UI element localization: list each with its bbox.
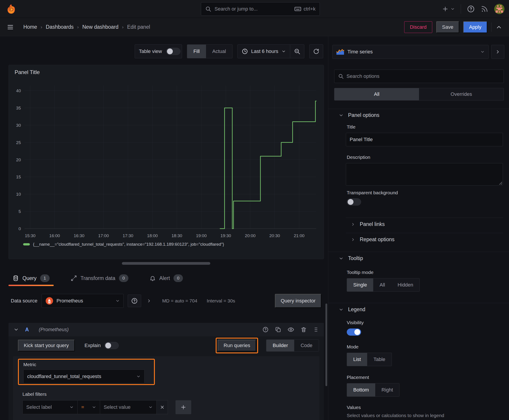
global-search-input[interactable]: Search or jump to... ctrl+k bbox=[201, 2, 320, 16]
svg-text:17:00: 17:00 bbox=[98, 233, 109, 238]
drag-query-handle-icon[interactable] bbox=[313, 327, 319, 332]
panel-title-input[interactable]: Panel Title bbox=[346, 133, 503, 146]
max-datapoints-stat: MD = auto = 704 bbox=[162, 298, 197, 304]
breadcrumb-separator: › bbox=[122, 24, 124, 30]
mega-menu-toggle[interactable] bbox=[7, 23, 14, 31]
refresh-button[interactable] bbox=[309, 45, 323, 58]
table-view-group: Table view bbox=[135, 45, 182, 58]
collapse-options-pane-button[interactable] bbox=[491, 45, 504, 59]
legend-visibility-toggle[interactable] bbox=[347, 329, 361, 336]
label-filters-label: Label filters bbox=[23, 391, 46, 397]
apply-button[interactable]: Apply bbox=[463, 21, 487, 33]
table-view-toggle[interactable] bbox=[166, 48, 181, 55]
chevron-down-icon bbox=[148, 405, 153, 409]
breadcrumb-new-dashboard[interactable]: New dashboard bbox=[82, 24, 119, 30]
query-builder-box: Metric cloudflared_tunnel_total_requests… bbox=[13, 356, 319, 420]
new-menu-button[interactable] bbox=[442, 6, 455, 12]
builder-option[interactable]: Builder bbox=[266, 340, 294, 351]
legend-mode-segmented: List Table bbox=[347, 353, 392, 366]
legend-mode-list-option[interactable]: List bbox=[347, 353, 367, 366]
svg-text:35: 35 bbox=[16, 106, 21, 110]
tab-query[interactable]: Query 1 bbox=[8, 270, 54, 286]
toggle-visibility-icon[interactable] bbox=[288, 326, 294, 333]
legend-section-title: Legend bbox=[348, 307, 365, 313]
breadcrumb-bar: Home › Dashboards › New dashboard › Edit… bbox=[0, 18, 509, 36]
search-options-input[interactable]: Search options bbox=[334, 69, 504, 83]
datasource-picker[interactable]: Prometheus bbox=[42, 294, 124, 308]
news-button[interactable] bbox=[481, 5, 488, 13]
legend-placement-right-option[interactable]: Right bbox=[375, 383, 399, 397]
editor-tabs: Query 1 Transform data 0 Alert 0 bbox=[8, 270, 187, 286]
breadcrumb-dashboards[interactable]: Dashboards bbox=[46, 24, 74, 30]
tooltip-single-option[interactable]: Single bbox=[347, 278, 373, 292]
code-option[interactable]: Code bbox=[294, 340, 319, 351]
avatar[interactable] bbox=[494, 4, 504, 14]
transform-icon bbox=[71, 275, 77, 281]
visualization-picker[interactable]: Time series bbox=[332, 45, 489, 59]
legend-placement-bottom-option[interactable]: Bottom bbox=[347, 383, 375, 397]
tooltip-all-option[interactable]: All bbox=[373, 278, 391, 292]
panel-links-section[interactable]: Panel links bbox=[351, 221, 385, 227]
transparent-bg-toggle[interactable] bbox=[347, 198, 361, 205]
repeat-options-section[interactable]: Repeat options bbox=[351, 236, 395, 242]
breadcrumb-home[interactable]: Home bbox=[23, 24, 37, 30]
time-range-button[interactable]: Last 6 hours bbox=[238, 48, 290, 54]
panel-links-label: Panel links bbox=[360, 221, 385, 227]
legend-series-swatch[interactable] bbox=[23, 243, 30, 246]
tab-transform-data[interactable]: Transform data 0 bbox=[67, 270, 132, 286]
textarea-resize-handle[interactable] bbox=[498, 181, 502, 185]
fill-option[interactable]: Fill bbox=[187, 45, 206, 58]
remove-filter-button[interactable] bbox=[157, 400, 168, 414]
panel-title-value: Panel Title bbox=[350, 137, 373, 142]
tooltip-mode-label: Tooltip mode bbox=[347, 270, 373, 275]
query-datasource-hint: (Prometheus) bbox=[39, 327, 69, 332]
left-pane-scrollbar[interactable] bbox=[326, 304, 327, 386]
label-filters-row: Select label = Select value bbox=[23, 400, 191, 414]
legend-series-label[interactable]: {__name__="cloudflared_tunnel_total_requ… bbox=[33, 242, 224, 247]
select-label-dropdown[interactable]: Select label bbox=[23, 400, 78, 414]
plus-icon bbox=[442, 6, 449, 12]
chevron-right-icon bbox=[351, 222, 355, 227]
collapse-query-chevron-icon[interactable] bbox=[14, 327, 19, 332]
grafana-logo[interactable] bbox=[6, 4, 17, 14]
expand-options-chevron[interactable] bbox=[146, 298, 152, 303]
tab-query-count: 1 bbox=[40, 274, 50, 282]
explain-toggle[interactable] bbox=[104, 342, 119, 349]
tooltip-hidden-option[interactable]: Hidden bbox=[391, 278, 420, 292]
tab-alert[interactable]: Alert 0 bbox=[145, 270, 187, 286]
discard-button[interactable]: Discard bbox=[404, 21, 432, 33]
delete-query-icon[interactable] bbox=[301, 326, 307, 333]
datasource-help-button[interactable] bbox=[128, 295, 141, 307]
svg-text:20:30: 20:30 bbox=[269, 233, 280, 238]
svg-text:30: 30 bbox=[16, 123, 21, 128]
zoom-out-button[interactable] bbox=[290, 48, 304, 55]
query-help-icon[interactable] bbox=[262, 326, 269, 333]
legend-mode-table-option[interactable]: Table bbox=[367, 353, 392, 366]
add-filter-button[interactable] bbox=[175, 400, 191, 414]
refresh-icon bbox=[313, 48, 319, 55]
filter-overrides-option[interactable]: Overrides bbox=[419, 88, 504, 100]
metric-label: Metric bbox=[23, 362, 36, 367]
tooltip-section-header[interactable]: Tooltip bbox=[339, 255, 363, 261]
kick-start-query-button[interactable]: Kick start your query bbox=[18, 340, 75, 351]
section-divider bbox=[328, 252, 509, 252]
run-queries-button[interactable]: Run queries bbox=[218, 340, 256, 351]
description-textarea[interactable] bbox=[346, 163, 503, 186]
query-inspector-button[interactable]: Query inspector bbox=[275, 294, 321, 308]
panel-resize-handle[interactable] bbox=[122, 262, 210, 265]
legend-section-header[interactable]: Legend bbox=[339, 307, 365, 313]
duplicate-query-icon[interactable] bbox=[275, 326, 281, 333]
chevron-right-icon bbox=[495, 49, 501, 54]
query-row-header[interactable]: A (Prometheus) bbox=[8, 323, 324, 336]
help-button[interactable] bbox=[467, 5, 475, 13]
topbar-divider bbox=[461, 4, 461, 14]
filter-all-option[interactable]: All bbox=[334, 88, 419, 100]
collapse-header-button[interactable] bbox=[495, 24, 502, 30]
metric-select[interactable]: cloudflared_tunnel_total_requests bbox=[23, 369, 144, 383]
actual-option[interactable]: Actual bbox=[206, 45, 232, 58]
chart-svg[interactable]: 051015202530354015:3016:0016:3017:0017:3… bbox=[9, 65, 324, 242]
save-button[interactable]: Save bbox=[436, 21, 459, 33]
select-value-dropdown[interactable]: Select value bbox=[100, 400, 157, 414]
panel-options-section-header[interactable]: Panel options bbox=[339, 112, 379, 118]
operator-dropdown[interactable]: = bbox=[78, 400, 100, 414]
